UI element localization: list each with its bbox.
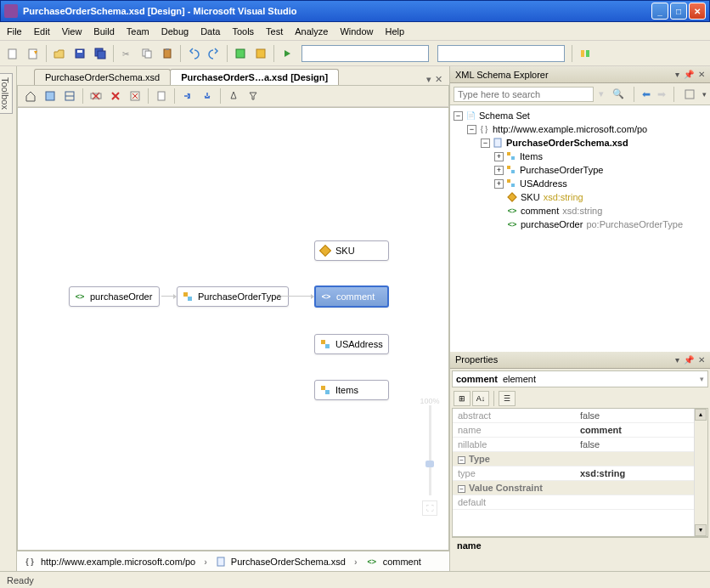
redo-button[interactable] bbox=[205, 44, 223, 63]
menu-analyze[interactable]: Analyze bbox=[295, 26, 328, 37]
start-button[interactable] bbox=[278, 44, 296, 63]
panel-dropdown-icon[interactable]: ▾ bbox=[675, 355, 679, 365]
zoom-thumb[interactable] bbox=[425, 461, 434, 467]
expand-icon[interactable]: + bbox=[494, 152, 504, 161]
explorer-button[interactable] bbox=[576, 44, 594, 63]
breadcrumb-file[interactable]: PurchaseOrderSchema.xsd bbox=[231, 557, 346, 567]
options-dropdown-icon[interactable]: ▾ bbox=[702, 90, 707, 99]
panel-dropdown-icon[interactable]: ▾ bbox=[675, 70, 679, 79]
close-button[interactable]: ✕ bbox=[689, 3, 706, 20]
open-button[interactable] bbox=[50, 44, 69, 63]
tree-row-items[interactable]: +Items bbox=[452, 150, 708, 163]
doc-icon[interactable] bbox=[152, 87, 171, 105]
pin-icon[interactable]: 📌 bbox=[684, 70, 694, 79]
tree-row-sku[interactable]: SKUxsd:string bbox=[452, 190, 708, 204]
new-item-button[interactable] bbox=[3, 44, 22, 63]
menu-window[interactable]: Window bbox=[340, 26, 373, 37]
property-row[interactable]: abstractfalse bbox=[453, 409, 707, 423]
menu-view[interactable]: View bbox=[62, 26, 82, 37]
menu-file[interactable]: File bbox=[7, 26, 22, 37]
minimize-button[interactable]: _ bbox=[651, 3, 668, 20]
property-row[interactable]: namecomment bbox=[453, 422, 707, 437]
remove-icon[interactable] bbox=[87, 87, 105, 105]
paste-button[interactable] bbox=[158, 44, 177, 63]
panel-close-icon[interactable]: ✕ bbox=[698, 355, 705, 365]
tree-row-ns[interactable]: −{ }http://www.example.microsoft.com/po bbox=[452, 122, 708, 136]
property-category[interactable]: −Type bbox=[453, 451, 707, 466]
panel-close-icon[interactable]: ✕ bbox=[698, 70, 705, 79]
breadcrumb-element[interactable]: comment bbox=[383, 557, 421, 567]
menu-tools[interactable]: Tools bbox=[232, 26, 254, 37]
tree-row-file[interactable]: −PurchaseOrderSchema.xsd bbox=[452, 136, 708, 150]
save-all-button[interactable] bbox=[91, 44, 110, 63]
menu-edit[interactable]: Edit bbox=[34, 26, 50, 37]
platform-dropdown[interactable] bbox=[437, 45, 565, 62]
tab-inactive[interactable]: PurchaseOrderSchema.xsd bbox=[34, 69, 171, 85]
layout-tb-icon[interactable] bbox=[198, 87, 217, 105]
clear-icon[interactable] bbox=[126, 87, 144, 105]
menu-team[interactable]: Team bbox=[127, 26, 149, 37]
maximize-button[interactable]: □ bbox=[670, 3, 687, 20]
menu-test[interactable]: Test bbox=[266, 26, 283, 37]
property-row[interactable]: typexsd:string bbox=[453, 466, 707, 480]
nav-back-icon[interactable]: ⬅ bbox=[640, 88, 652, 100]
pin-icon[interactable]: 📌 bbox=[684, 355, 694, 365]
tab-close-icon[interactable]: ✕ bbox=[435, 74, 442, 85]
zoom-slider[interactable]: 100% ⛶ bbox=[421, 397, 438, 516]
filter2-icon[interactable] bbox=[244, 87, 262, 105]
tab-dropdown-icon[interactable]: ▾ bbox=[426, 74, 431, 85]
class-view-button[interactable] bbox=[251, 44, 270, 63]
node-purchaseordertype[interactable]: PurchaseOrderType bbox=[177, 286, 289, 307]
scroll-up-icon[interactable]: ▴ bbox=[695, 409, 707, 421]
nav-button[interactable] bbox=[231, 44, 250, 63]
tree-row-po[interactable]: <>purchaseOrderpo:PurchaseOrderType bbox=[452, 218, 708, 231]
menu-debug[interactable]: Debug bbox=[161, 26, 189, 37]
node-usaddress[interactable]: USAddress bbox=[314, 334, 389, 354]
menu-build[interactable]: Build bbox=[93, 26, 114, 37]
node-items[interactable]: Items bbox=[314, 380, 389, 400]
tree-row-comment[interactable]: <>commentxsd:string bbox=[452, 204, 708, 218]
search-input[interactable] bbox=[454, 87, 594, 102]
delete-icon[interactable] bbox=[106, 87, 125, 105]
filter1-icon[interactable] bbox=[224, 87, 243, 105]
save-button[interactable] bbox=[70, 44, 89, 63]
toolbox-tab[interactable]: Toolbox bbox=[0, 66, 17, 571]
node-purchaseorder[interactable]: <> purchaseOrder bbox=[69, 286, 160, 307]
expand-icon[interactable]: + bbox=[494, 166, 504, 175]
collapse-icon[interactable]: − bbox=[481, 139, 490, 148]
undo-button[interactable] bbox=[184, 44, 203, 63]
tab-active[interactable]: PurchaseOrderS…a.xsd [Design] bbox=[170, 69, 339, 85]
search-go-icon[interactable]: 🔍 bbox=[609, 88, 628, 99]
layout-lr-icon[interactable] bbox=[178, 87, 197, 105]
selector-dropdown-icon[interactable]: ▾ bbox=[700, 375, 704, 383]
collapse-icon[interactable]: − bbox=[458, 456, 465, 464]
config-dropdown[interactable] bbox=[301, 45, 429, 62]
search-dropdown-icon[interactable]: ▾ bbox=[597, 88, 606, 99]
property-row[interactable]: nillablefalse bbox=[453, 437, 707, 451]
property-category[interactable]: −Value Constraint bbox=[453, 480, 707, 495]
view2-icon[interactable] bbox=[60, 87, 79, 105]
home-icon[interactable] bbox=[21, 87, 40, 105]
breadcrumb-ns[interactable]: http://www.example.microsoft.com/po bbox=[41, 557, 195, 567]
tree-row-usa[interactable]: +USAddress bbox=[452, 177, 708, 190]
menu-data[interactable]: Data bbox=[200, 26, 220, 37]
tree-row-root[interactable]: −📄Schema Set bbox=[452, 109, 708, 122]
options-icon[interactable] bbox=[680, 88, 699, 100]
collapse-icon[interactable]: − bbox=[467, 125, 476, 134]
categorize-button[interactable]: ⊞ bbox=[454, 391, 471, 406]
properties-selector[interactable]: comment element ▾ bbox=[452, 370, 708, 387]
zoom-fit-button[interactable]: ⛶ bbox=[422, 500, 437, 516]
collapse-icon[interactable]: − bbox=[458, 485, 465, 493]
collapse-icon[interactable]: − bbox=[454, 111, 463, 121]
copy-button[interactable] bbox=[138, 44, 156, 63]
scroll-down-icon[interactable]: ▾ bbox=[695, 524, 707, 536]
node-sku[interactable]: SKU bbox=[314, 240, 389, 261]
expand-icon[interactable]: + bbox=[494, 179, 504, 189]
nav-fwd-icon[interactable]: ➡ bbox=[656, 88, 668, 100]
cut-button[interactable]: ✂ bbox=[117, 44, 136, 63]
tree-row-pot[interactable]: +PurchaseOrderType bbox=[452, 163, 708, 177]
menu-help[interactable]: Help bbox=[386, 26, 405, 37]
sort-button[interactable]: A↓ bbox=[472, 391, 489, 406]
prop-pages-button[interactable]: ☰ bbox=[499, 391, 516, 406]
add-button[interactable]: ▾ bbox=[24, 44, 42, 63]
